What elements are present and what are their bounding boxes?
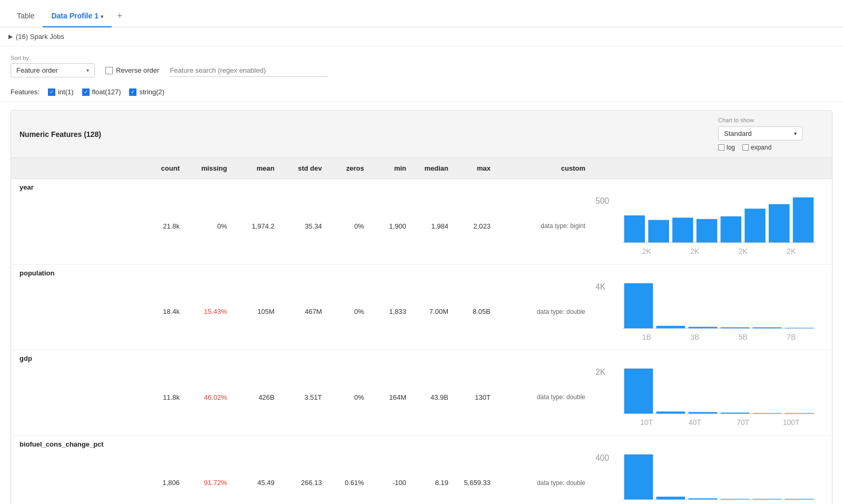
- data-cell: 8.05B: [452, 307, 494, 317]
- th-mean: mean: [230, 162, 278, 174]
- svg-rect-16: [624, 283, 653, 328]
- spark-jobs-label: (16) Spark Jobs: [16, 33, 64, 41]
- expand-box: [742, 144, 749, 151]
- sort-arrow-icon: ▾: [86, 67, 89, 73]
- svg-rect-19: [721, 327, 750, 328]
- chart-to-show-label: Chart to show: [718, 117, 754, 123]
- sort-label: Sort by: [11, 55, 832, 61]
- data-cell: 0%: [325, 307, 367, 317]
- chart-select-arrow: ▾: [794, 131, 797, 136]
- features-row: Features: ✓ int(1) ✓ float(127) ✓ string…: [0, 83, 843, 102]
- th-missing: missing: [183, 162, 230, 174]
- data-cell: 0%: [325, 392, 367, 402]
- data-cell: 18.4k: [135, 307, 183, 317]
- data-cell: 0%: [183, 221, 230, 231]
- chart-controls: Chart to show Standard ▾ log expand: [718, 117, 824, 151]
- svg-rect-21: [785, 328, 814, 328]
- data-cell: -100: [367, 478, 409, 488]
- data-cell: 8.19: [409, 478, 452, 488]
- data-cell: 105M: [230, 307, 278, 317]
- chart-cell: 2K10T40T70T100T: [589, 364, 824, 430]
- spark-jobs-bar[interactable]: ▶ (16) Spark Jobs: [0, 27, 843, 46]
- data-cell: data type: bigint: [494, 221, 589, 231]
- svg-text:2K: 2K: [690, 247, 700, 255]
- feature-string-checkbox[interactable]: ✓ string(2): [129, 88, 164, 96]
- svg-text:40T: 40T: [689, 418, 702, 427]
- th-feature: [19, 162, 135, 174]
- numeric-features-container: Numeric Features (128) Chart to show Sta…: [11, 110, 832, 504]
- data-cell: data type: double: [494, 307, 589, 317]
- feature-data: 1,80691.72%45.49266.130.61%-1008.195,659…: [11, 449, 832, 504]
- chart-type-select[interactable]: Standard ▾: [718, 126, 802, 141]
- th-count: count: [135, 162, 183, 174]
- tab-table[interactable]: Table: [8, 5, 43, 27]
- data-cell: 1,806: [135, 478, 183, 488]
- data-cell: 7.00M: [409, 307, 452, 317]
- data-cell: 2,023: [452, 221, 494, 231]
- svg-rect-31: [721, 413, 750, 414]
- th-chart: [589, 162, 824, 174]
- svg-rect-18: [689, 327, 718, 328]
- reverse-order-checkbox[interactable]: Reverse order: [105, 66, 159, 74]
- expand-checkbox[interactable]: expand: [742, 144, 771, 151]
- svg-rect-40: [624, 454, 653, 499]
- data-cell: 0.61%: [325, 478, 367, 488]
- main-content: Numeric Features (128) Chart to show Sta…: [0, 102, 843, 504]
- data-cell: 15.43%: [183, 307, 230, 317]
- data-cell: [19, 311, 135, 313]
- svg-rect-44: [753, 499, 782, 499]
- tab-data-profile-1[interactable]: Data Profile 1▾: [43, 5, 111, 27]
- data-cell: data type: double: [494, 392, 589, 402]
- data-cell: [19, 396, 135, 398]
- svg-rect-20: [753, 327, 782, 328]
- data-cell: 164M: [367, 392, 409, 402]
- chart-cell: 40001K2K3K4K5K: [589, 450, 824, 504]
- feature-data: 11.8k46.02%426B3.51T0%164M43.9B130Tdata …: [11, 363, 832, 436]
- data-cell: 35.34: [278, 221, 325, 231]
- svg-rect-9: [793, 197, 814, 243]
- tab-dropdown-icon[interactable]: ▾: [101, 14, 103, 19]
- th-stddev: std dev: [278, 162, 325, 174]
- svg-text:400: 400: [595, 453, 609, 462]
- svg-text:500: 500: [595, 196, 609, 205]
- svg-text:1B: 1B: [642, 333, 651, 341]
- spark-jobs-arrow: ▶: [8, 33, 13, 40]
- string-checked-icon: ✓: [129, 88, 136, 96]
- svg-rect-7: [744, 209, 766, 242]
- svg-text:10T: 10T: [640, 418, 653, 427]
- chart-cell: 4K1B3B5B7B: [589, 279, 824, 345]
- sort-select[interactable]: Feature order ▾: [11, 63, 95, 77]
- svg-rect-42: [689, 498, 718, 499]
- feature-search-input[interactable]: [170, 64, 328, 77]
- features-label: Features:: [11, 88, 40, 96]
- svg-rect-5: [697, 219, 718, 243]
- feature-row: gdp11.8k46.02%426B3.51T0%164M43.9B130Tda…: [11, 350, 832, 436]
- numeric-features-title: Numeric Features (128): [19, 130, 101, 139]
- svg-text:2K: 2K: [787, 247, 796, 255]
- log-checkbox[interactable]: log: [718, 144, 735, 151]
- data-cell: 1,974.2: [230, 221, 278, 231]
- feature-float-checkbox[interactable]: ✓ float(127): [82, 88, 121, 96]
- tab-add-button[interactable]: +: [112, 5, 128, 27]
- th-custom: custom: [494, 162, 589, 174]
- feature-name: year: [11, 179, 832, 192]
- feature-int-checkbox[interactable]: ✓ int(1): [48, 88, 74, 96]
- numeric-features-header: Numeric Features (128) Chart to show Sta…: [11, 111, 832, 158]
- data-cell: 1,984: [409, 221, 452, 231]
- data-cell: [19, 482, 135, 484]
- data-cell: 21.8k: [135, 221, 183, 231]
- data-cell: 5,659.33: [452, 478, 494, 488]
- svg-rect-8: [769, 204, 790, 243]
- log-box: [718, 144, 724, 151]
- int-checked-icon: ✓: [48, 88, 55, 96]
- feature-row: year21.8k0%1,974.235.340%1,9001,9842,023…: [11, 179, 832, 265]
- reverse-order-box: [105, 67, 113, 74]
- data-cell: 0%: [325, 221, 367, 231]
- svg-text:2K: 2K: [642, 247, 652, 255]
- svg-text:70T: 70T: [737, 418, 750, 427]
- svg-rect-30: [689, 412, 718, 414]
- data-cell: 11.8k: [135, 392, 183, 402]
- chart-cell: 5002K2K2K2K: [589, 193, 824, 259]
- svg-rect-6: [721, 216, 742, 243]
- feature-name: population: [11, 265, 832, 278]
